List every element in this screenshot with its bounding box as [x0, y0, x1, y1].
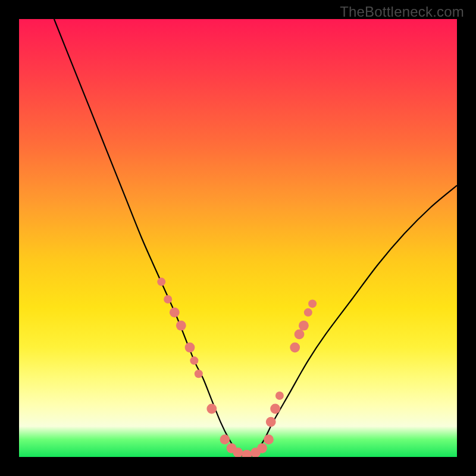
curve-marker	[195, 369, 203, 378]
bottleneck-curve	[54, 19, 457, 457]
curve-marker	[220, 434, 230, 444]
curve-marker	[170, 308, 180, 318]
watermark-text: TheBottleneck.com	[340, 4, 464, 20]
curve-marker	[176, 321, 186, 331]
outer-frame: TheBottleneck.com	[0, 0, 476, 476]
curve-marker	[157, 278, 165, 286]
curve-markers	[157, 278, 317, 457]
plot-area	[19, 19, 457, 457]
curve-marker	[270, 404, 280, 414]
curve-marker	[206, 404, 217, 414]
curve-marker	[308, 299, 317, 308]
curve-marker	[190, 356, 198, 365]
curve-marker	[290, 343, 300, 353]
curve-marker	[264, 434, 274, 444]
curve-svg	[19, 19, 457, 457]
curve-marker	[304, 308, 312, 317]
curve-marker	[266, 417, 276, 427]
curve-marker	[257, 443, 267, 453]
curve-marker	[275, 392, 284, 400]
curve-marker	[185, 343, 195, 353]
curve-marker	[242, 450, 252, 457]
curve-marker	[299, 321, 309, 331]
curve-marker	[164, 295, 172, 303]
curve-marker	[295, 330, 305, 340]
